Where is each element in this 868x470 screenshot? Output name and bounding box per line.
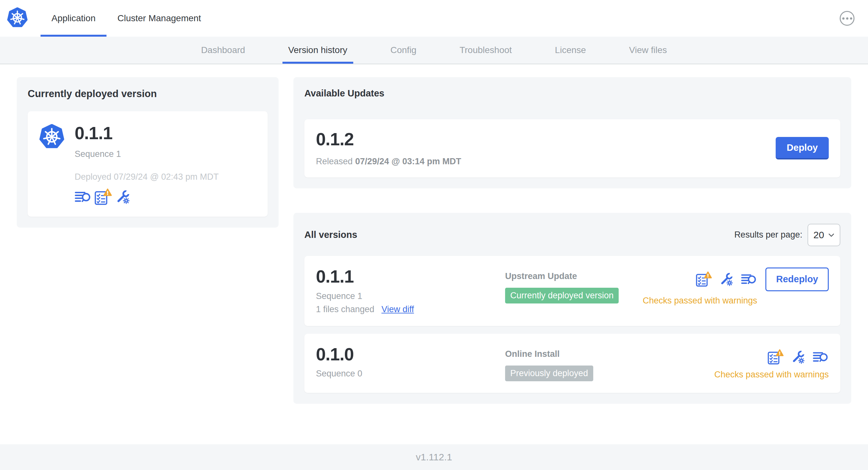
- deployed-status-badge: Currently deployed version: [505, 288, 619, 303]
- results-per-page-value: 20: [813, 230, 824, 240]
- current-deployed-timestamp: Deployed 07/29/24 @ 02:43 pm MDT: [75, 172, 219, 182]
- main-content: Currently deployed version 0.1.1 Sequenc…: [0, 64, 868, 444]
- redeploy-button[interactable]: Redeploy: [765, 267, 829, 291]
- ellipsis-icon: [842, 18, 852, 20]
- kubernetes-logo-icon: [7, 7, 28, 29]
- released-timestamp: 07/29/24 @ 03:14 pm MDT: [355, 157, 461, 166]
- results-per-page-label: Results per page:: [734, 230, 802, 240]
- row-sequence: Sequence 1: [316, 291, 505, 301]
- config-wrench-icon[interactable]: [115, 189, 131, 205]
- tab-troubleshoot[interactable]: Troubleshoot: [454, 37, 517, 64]
- preflight-checks-warning-icon[interactable]: [768, 349, 784, 365]
- version-row: 0.1.0 Sequence 0 Online Install Previous…: [304, 334, 840, 393]
- released-label: Released: [316, 157, 352, 166]
- update-released-line: Released07/29/24 @ 03:14 pm MDT: [316, 157, 461, 167]
- top-nav: Application Cluster Management: [0, 0, 868, 37]
- topnav-tab-cluster-management[interactable]: Cluster Management: [106, 0, 212, 37]
- overflow-menu-button[interactable]: [840, 11, 855, 26]
- config-wrench-icon[interactable]: [791, 350, 806, 365]
- console-version: v1.112.1: [416, 452, 452, 463]
- tab-license[interactable]: License: [549, 37, 592, 64]
- diff-icon[interactable]: [741, 273, 757, 286]
- version-source-label: Upstream Update: [505, 271, 643, 281]
- preflight-checks-warning-icon[interactable]: [696, 271, 712, 288]
- app-footer: v1.112.1: [0, 444, 868, 470]
- row-sequence: Sequence 0: [316, 369, 505, 379]
- available-update-row: 0.1.2 Released07/29/24 @ 03:14 pm MDT De…: [304, 119, 840, 177]
- deploy-button[interactable]: Deploy: [776, 137, 829, 160]
- update-version-number: 0.1.2: [316, 130, 461, 149]
- available-updates-panel: Available Updates 0.1.2 Released07/29/24…: [293, 77, 851, 189]
- preflight-checks-warning-icon[interactable]: [95, 189, 112, 206]
- diff-icon[interactable]: [75, 190, 91, 203]
- preflight-status-text: Checks passed with warnings: [643, 296, 757, 306]
- version-row: 0.1.1 Sequence 1 1 files changedView dif…: [304, 256, 840, 326]
- available-updates-title: Available Updates: [304, 88, 840, 99]
- version-source-label: Online Install: [505, 349, 714, 359]
- app-logo: [0, 0, 40, 37]
- all-versions-panel: All versions Results per page: 20 0.1.1: [293, 213, 851, 404]
- kubernetes-app-icon: [39, 124, 64, 149]
- all-versions-title: All versions: [304, 230, 357, 240]
- row-version-number: 0.1.1: [316, 267, 505, 286]
- currently-deployed-panel: Currently deployed version 0.1.1 Sequenc…: [17, 77, 279, 228]
- deployed-status-badge: Previously deployed: [505, 366, 593, 381]
- tab-version-history[interactable]: Version history: [282, 37, 353, 64]
- files-changed-label: 1 files changed: [316, 304, 374, 314]
- chevron-down-icon: [828, 232, 835, 238]
- view-diff-link[interactable]: View diff: [381, 304, 414, 314]
- currently-deployed-title: Currently deployed version: [28, 88, 268, 100]
- current-sequence: Sequence 1: [75, 149, 219, 159]
- currently-deployed-card: 0.1.1 Sequence 1 Deployed 07/29/24 @ 02:…: [28, 111, 268, 217]
- topnav-tab-application[interactable]: Application: [40, 0, 106, 37]
- config-wrench-icon[interactable]: [719, 272, 734, 287]
- tab-view-files[interactable]: View files: [623, 37, 673, 64]
- row-version-number: 0.1.0: [316, 345, 505, 364]
- tab-dashboard[interactable]: Dashboard: [195, 37, 251, 64]
- tab-config[interactable]: Config: [385, 37, 423, 64]
- app-sub-nav: Dashboard Version history Config Trouble…: [0, 37, 868, 64]
- preflight-status-text: Checks passed with warnings: [714, 370, 829, 380]
- results-per-page-select[interactable]: 20: [808, 224, 840, 246]
- diff-icon[interactable]: [813, 351, 829, 363]
- current-version-number: 0.1.1: [75, 124, 219, 143]
